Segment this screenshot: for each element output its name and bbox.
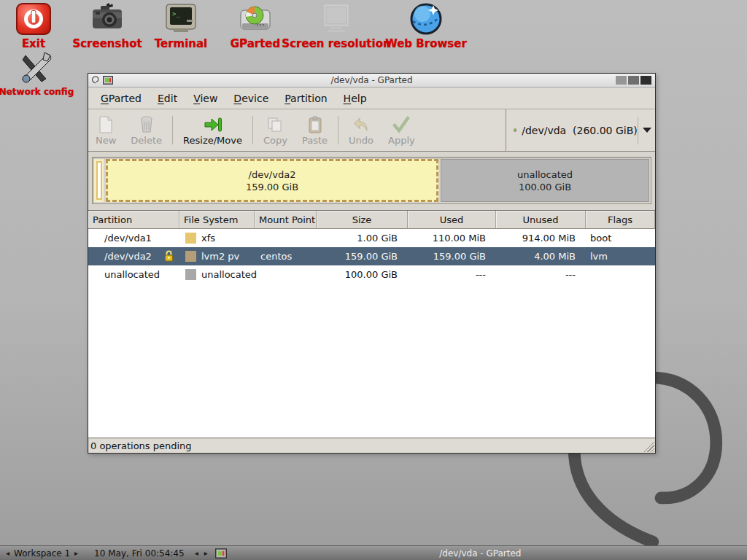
desktop-icon-network-config[interactable]: Network config (3, 51, 70, 96)
task-next-icon[interactable]: ▸ (204, 550, 208, 557)
cell-flags: lvm (586, 247, 655, 265)
cell-used: 110.00 MiB (408, 229, 496, 247)
globe-icon (408, 2, 444, 36)
close-button[interactable] (640, 76, 651, 85)
menu-help[interactable]: Help (336, 89, 375, 108)
device-selector-value: /dev/vda (260.00 GiB) (522, 125, 638, 136)
window-menu-swirl-icon[interactable] (91, 76, 100, 85)
disk-visual-unallocated[interactable]: unallocated 100.00 GiB (441, 159, 649, 202)
fs-color-swatch (185, 233, 196, 244)
menu-partition[interactable]: Partition (276, 89, 335, 108)
taskbar: ◂ Workspace 1 ▸ 10 May, Fri 00:54:45 ◂ ▸… (0, 545, 747, 560)
minimize-button[interactable] (616, 76, 627, 85)
gparted-app-icon (103, 76, 113, 85)
monitor-icon (318, 2, 355, 36)
vda1-fill (96, 161, 102, 200)
gparted-window: /dev/vda - GParted GParted Edit View Dev… (88, 73, 656, 454)
workspace-pager: ◂ Workspace 1 ▸ (0, 548, 84, 559)
gparted-drive-icon (237, 2, 274, 36)
desktop-icon-web-browser[interactable]: Web Browser (388, 2, 464, 50)
menu-edit[interactable]: Edit (150, 89, 185, 108)
cell-flags (586, 265, 655, 284)
cell-unused: 914.00 MiB (496, 229, 586, 247)
partition-table: Partition File System Mount Point Size U… (88, 210, 655, 438)
copy-icon (266, 115, 285, 134)
clock: 10 May, Fri 00:54:45 (94, 548, 185, 559)
desktop-icon-label: Web Browser (385, 39, 467, 50)
column-header-filesystem[interactable]: File System (179, 211, 255, 229)
column-header-partition[interactable]: Partition (88, 211, 179, 229)
desktop-icon-terminal[interactable]: >_ Terminal (152, 2, 210, 50)
toolbar-separator (252, 116, 253, 144)
paste-icon (306, 115, 325, 134)
titlebar[interactable]: /dev/vda - GParted (88, 74, 655, 88)
desktop-icon-label: GParted (231, 39, 281, 50)
column-header-used[interactable]: Used (408, 211, 496, 229)
cell-filesystem: lvm2 pv (179, 247, 255, 265)
device-selector[interactable]: /dev/vda (260.00 GiB) (506, 109, 655, 151)
cell-size: 1.00 GiB (317, 229, 408, 247)
desktop-icon-exit[interactable]: Exit (12, 2, 55, 50)
apply-button[interactable]: Apply (381, 109, 422, 151)
workspace-label[interactable]: Workspace 1 (14, 548, 70, 559)
table-empty-area (88, 284, 655, 438)
undo-button[interactable]: Undo (341, 109, 381, 151)
desktop-icon-screenshot[interactable]: Screenshot (74, 2, 140, 50)
task-gparted-icon (215, 548, 227, 559)
device-drive-icon (514, 123, 516, 137)
table-row-unallocated[interactable]: unallocated unallocated 100.00 GiB --- -… (88, 265, 655, 284)
copy-button[interactable]: Copy (256, 109, 295, 151)
desktop-icon-screen-resolution[interactable]: Screen resolution (282, 2, 391, 50)
menu-device[interactable]: Device (225, 89, 276, 108)
svg-text:>_: >_ (172, 10, 180, 18)
column-header-mountpoint[interactable]: Mount Point (255, 211, 317, 229)
column-header-unused[interactable]: Unused (496, 211, 586, 229)
disk-visual-vda1[interactable] (94, 159, 104, 202)
partition-name: unallocated (517, 168, 573, 181)
resize-grip[interactable] (643, 441, 654, 452)
paste-button[interactable]: Paste (295, 109, 335, 151)
desktop-icon-label: Exit (22, 39, 45, 50)
disk-visual-vda2[interactable]: /dev/vda2 159.00 GiB (106, 159, 438, 202)
workspace-prev-icon[interactable]: ◂ (6, 550, 9, 557)
task-button-gparted[interactable]: /dev/vda - GParted (214, 546, 747, 560)
power-icon (15, 2, 52, 36)
desktop-icon-label: Screenshot (72, 39, 142, 50)
maximize-button[interactable] (628, 76, 639, 85)
cell-unused: --- (496, 265, 586, 284)
apply-check-icon (392, 115, 411, 134)
disk-visual: /dev/vda2 159.00 GiB unallocated 100.00 … (88, 152, 655, 210)
resize-move-icon (204, 115, 222, 134)
trash-icon (137, 115, 156, 134)
window-title: /dev/vda - GParted (88, 75, 655, 85)
toolbar-separator (172, 116, 173, 144)
cell-size: 100.00 GiB (317, 265, 408, 284)
resize-move-button[interactable]: Resize/Move (176, 109, 249, 151)
undo-icon (352, 115, 371, 134)
cell-size: 159.00 GiB (317, 247, 408, 265)
column-header-size[interactable]: Size (317, 211, 408, 229)
cell-used: 159.00 GiB (408, 247, 496, 265)
fs-color-swatch (185, 251, 196, 262)
tools-icon (18, 51, 55, 85)
new-button[interactable]: New (88, 109, 123, 151)
chevron-down-icon (643, 128, 651, 133)
fs-color-swatch (185, 269, 196, 280)
column-header-flags[interactable]: Flags (586, 211, 655, 229)
partition-name: /dev/vda2 (249, 168, 296, 181)
cell-flags: boot (586, 229, 655, 247)
menu-view[interactable]: View (185, 89, 225, 108)
table-row-vda2[interactable]: /dev/vda2 lvm2 pv centos 159.00 GiB 159.… (88, 247, 655, 265)
task-title: /dev/vda - GParted (214, 548, 747, 559)
cell-mountpoint (255, 265, 317, 284)
desktop-icon-gparted[interactable]: GParted (228, 2, 283, 50)
new-document-icon (96, 115, 115, 134)
table-row-vda1[interactable]: /dev/vda1 xfs 1.00 GiB 110.00 MiB 914.00… (88, 229, 655, 247)
desktop-icon-label: Terminal (155, 39, 208, 50)
delete-button[interactable]: Delete (123, 109, 169, 151)
workspace-next-icon[interactable]: ▸ (74, 550, 78, 557)
menubar: GParted Edit View Device Partition Help (88, 88, 655, 109)
task-prev-icon[interactable]: ◂ (195, 550, 198, 557)
menu-gparted[interactable]: GParted (93, 89, 150, 108)
cell-unused: 4.00 MiB (496, 247, 586, 265)
